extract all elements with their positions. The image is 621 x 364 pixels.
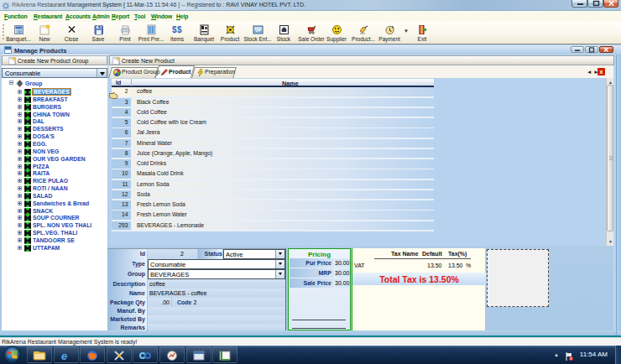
svg-text:e: e [61,350,67,361]
svg-text:$: $ [177,25,182,34]
